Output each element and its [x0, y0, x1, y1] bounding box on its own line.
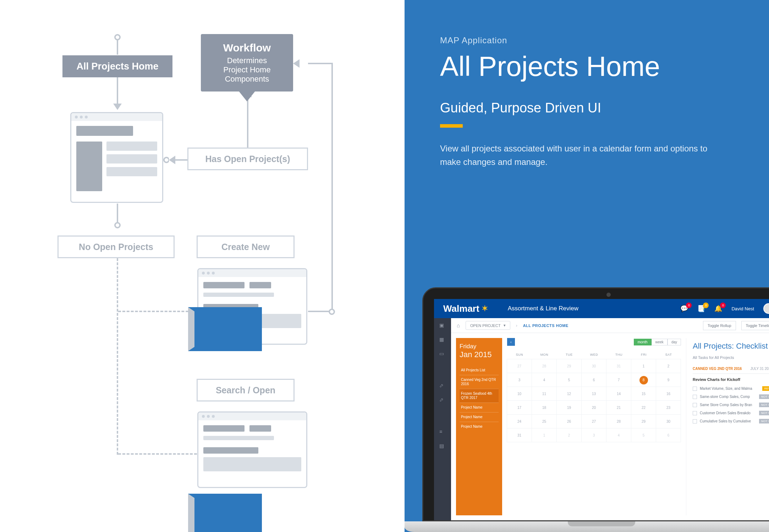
cal-cell[interactable]: 17: [507, 400, 532, 415]
view-week-button[interactable]: week: [652, 339, 668, 345]
project-list-item[interactable]: All Projects List: [460, 366, 499, 375]
cal-cell[interactable]: 29: [631, 414, 656, 428]
toggle-timeline-button[interactable]: Toggle Timeline: [741, 321, 769, 330]
cal-cell[interactable]: 11: [532, 387, 557, 401]
cal-cell[interactable]: 13: [581, 387, 606, 401]
status-tag: NOT STAR: [759, 419, 769, 423]
cal-cell[interactable]: 14: [606, 387, 631, 401]
checklist-item[interactable]: Customer Driven Sales BreakdoNOT STAR: [693, 409, 769, 417]
cal-cell[interactable]: 29: [556, 359, 582, 373]
cal-header: MON: [532, 350, 557, 359]
nav-list-icon[interactable]: ≡: [439, 429, 446, 435]
cal-header: SAT: [656, 350, 681, 359]
bell-icon[interactable]: 🔔0: [714, 305, 722, 312]
cal-cell[interactable]: 18: [532, 400, 557, 415]
cal-cell[interactable]: 6: [581, 373, 606, 387]
nav-briefcase-icon[interactable]: ▣: [439, 322, 446, 329]
cal-cell[interactable]: 27: [581, 414, 606, 428]
cal-cell[interactable]: 5: [556, 373, 582, 387]
checklist-item[interactable]: Cumulative Sales by CumulativeNOT STAR: [693, 417, 769, 425]
cal-cell[interactable]: 2: [656, 359, 681, 373]
cal-cell[interactable]: 24: [507, 414, 532, 428]
open-project-dropdown[interactable]: OPEN PROJECT ▾: [466, 321, 510, 330]
cal-cell[interactable]: 6: [656, 428, 681, 442]
cal-cell[interactable]: 5: [631, 428, 656, 442]
cal-cell[interactable]: 23: [656, 400, 681, 415]
cal-cell[interactable]: 31: [507, 428, 532, 442]
cal-cell[interactable]: 16: [656, 387, 681, 401]
checklist-project-name: CANNED VEG 2ND QTR 2016: [693, 367, 751, 371]
nav-grid-icon[interactable]: ▦: [439, 337, 446, 343]
cal-cell[interactable]: 25: [532, 414, 557, 428]
flowchart-panel: All Projects Home Has Open Proje: [0, 0, 405, 532]
cal-cell[interactable]: 9: [656, 373, 681, 387]
cal-cell[interactable]: 7: [606, 373, 631, 387]
connector: [117, 204, 118, 223]
arrow-right-icon: [188, 307, 262, 351]
project-list-item[interactable]: Project Name: [460, 422, 499, 431]
avatar[interactable]: [763, 303, 769, 314]
cal-header: THU: [606, 350, 631, 359]
cal-cell[interactable]: 4: [532, 373, 557, 387]
bell-badge: 0: [720, 303, 726, 308]
user-name[interactable]: David Nest: [731, 306, 754, 311]
cal-cell[interactable]: 30: [581, 359, 606, 373]
cal-cell[interactable]: 10: [507, 387, 532, 401]
nav-chart-icon[interactable]: ⬀: [439, 383, 446, 389]
checkbox[interactable]: [693, 419, 697, 423]
project-list-item[interactable]: Canned Veg 2nd QTR 2016: [460, 375, 499, 389]
cal-cell[interactable]: 8: [631, 373, 656, 387]
inbox-icon[interactable]: 📑0: [697, 305, 705, 312]
checkbox[interactable]: [693, 403, 697, 407]
connector: [308, 63, 333, 64]
cal-cell[interactable]: 30: [656, 414, 681, 428]
cal-cell[interactable]: 20: [581, 400, 606, 415]
project-list-item[interactable]: Project Name: [460, 412, 499, 422]
cal-cell[interactable]: 2: [556, 428, 582, 442]
cal-cell[interactable]: 3: [581, 428, 606, 442]
checkbox[interactable]: [693, 411, 697, 415]
checkbox[interactable]: [693, 387, 697, 391]
cal-cell[interactable]: 12: [556, 387, 582, 401]
nav-calendar-icon[interactable]: ▭: [439, 351, 446, 357]
cal-cell[interactable]: 28: [606, 414, 631, 428]
connector: [331, 63, 333, 311]
view-day-button[interactable]: day: [668, 339, 681, 345]
cal-cell[interactable]: 4: [606, 428, 631, 442]
cal-cell[interactable]: 19: [556, 400, 582, 415]
cal-cell[interactable]: 3: [507, 373, 532, 387]
cal-header: TUE: [557, 350, 582, 359]
project-list-item[interactable]: Project Name: [460, 403, 499, 412]
view-month-button[interactable]: month: [634, 339, 652, 345]
cal-prev-button[interactable]: ‹: [507, 338, 515, 346]
cal-cell[interactable]: 26: [556, 414, 582, 428]
project-list-item[interactable]: Frozen Seafood 4th QTR 2017: [460, 389, 499, 403]
hero-subtitle: Guided, Purpose Driven UI: [440, 100, 737, 116]
chat-icon[interactable]: 💬0: [680, 305, 688, 312]
connector: [117, 40, 118, 55]
checklist-item[interactable]: Market Volume, Size, and WalmaREVIEW: [693, 384, 769, 393]
cal-cell[interactable]: 1: [631, 359, 656, 373]
checklist-item[interactable]: Same-store Comp Sales, CompNOT STAR: [693, 393, 769, 401]
chat-badge: 0: [686, 303, 692, 308]
cal-cell[interactable]: 28: [532, 359, 557, 373]
cal-cell[interactable]: 27: [507, 359, 532, 373]
checklist-panel: ⚙ All Projects: Checklist All Tasks for …: [686, 338, 769, 515]
nav-table-icon[interactable]: ▤: [439, 443, 446, 449]
cal-cell[interactable]: 22: [631, 400, 656, 415]
node-all-projects-home: All Projects Home: [62, 55, 172, 77]
chevron-down-icon: ▾: [504, 323, 506, 328]
toggle-rollup-button[interactable]: Toggle Rollup: [703, 321, 736, 330]
cal-cell[interactable]: 21: [606, 400, 631, 415]
cal-cell[interactable]: 31: [606, 359, 631, 373]
nav-chart2-icon[interactable]: ⬀: [439, 397, 446, 403]
home-icon[interactable]: ⌂: [457, 322, 460, 328]
checklist-item[interactable]: Same Store Comp Sales by BranNOT STAR: [693, 401, 769, 409]
hero-title: All Projects Home: [440, 50, 737, 83]
checklist-text: Cumulative Sales by Cumulative: [700, 419, 756, 423]
connector-dashed: [118, 311, 197, 312]
cal-cell[interactable]: 1: [532, 428, 557, 442]
checkbox[interactable]: [693, 395, 697, 399]
cal-cell[interactable]: 15: [631, 387, 656, 401]
checklist-text: Same-store Comp Sales, Comp: [700, 395, 756, 399]
